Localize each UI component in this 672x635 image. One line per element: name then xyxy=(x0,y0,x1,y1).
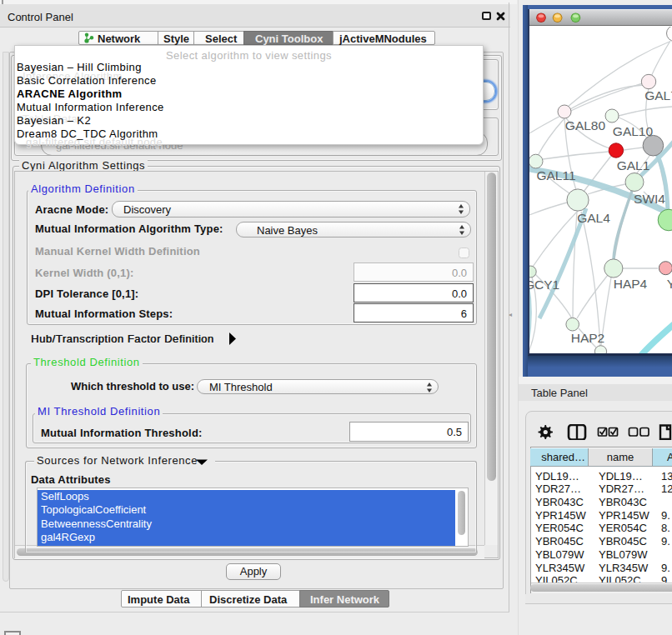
svg-text:GAL11: GAL11 xyxy=(536,168,575,182)
svg-text:Y: Y xyxy=(667,277,672,291)
svg-text:GAL80: GAL80 xyxy=(565,118,606,132)
svg-text:SWI4: SWI4 xyxy=(634,192,665,206)
svg-text:HAP2: HAP2 xyxy=(571,331,605,345)
svg-text:GAL10: GAL10 xyxy=(613,124,654,138)
svg-text:GAL1: GAL1 xyxy=(617,158,650,172)
svg-text:GAL4: GAL4 xyxy=(577,211,610,225)
svg-text:GCY1: GCY1 xyxy=(529,278,559,292)
svg-text:GAL7: GAL7 xyxy=(644,88,672,102)
svg-text:HAP4: HAP4 xyxy=(614,277,648,291)
